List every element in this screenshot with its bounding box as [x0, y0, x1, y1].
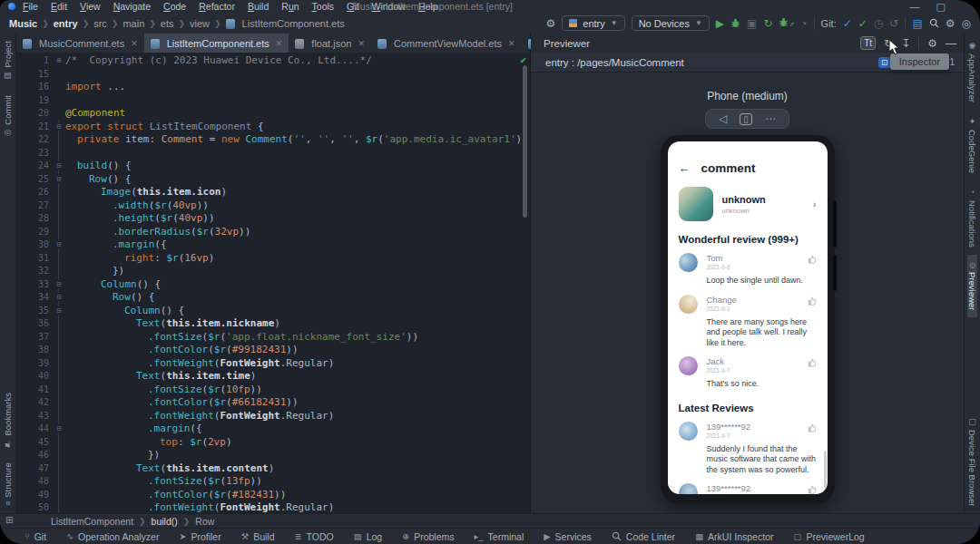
bottom-tool-code-linter[interactable]: Code Linter [603, 531, 683, 542]
debug-button[interactable] [730, 17, 740, 30]
fold-marker[interactable] [53, 68, 65, 82]
fold-marker[interactable] [53, 449, 65, 462]
fold-marker[interactable] [53, 462, 65, 476]
bottom-tool-problems[interactable]: ⊕Problems [394, 531, 462, 542]
fold-marker[interactable] [53, 226, 65, 239]
bottom-tool-build[interactable]: ⚒Build [233, 531, 283, 542]
thumbs-up-icon[interactable] [808, 423, 817, 432]
menu-refactor[interactable]: Refactor [199, 1, 235, 12]
fold-marker[interactable] [53, 384, 65, 397]
history-clock-icon[interactable]: ◷ [874, 17, 883, 30]
hide-panel-icon[interactable]: — [946, 37, 956, 50]
previewer-settings-gear-icon[interactable]: ⚙ [927, 37, 937, 50]
fold-marker[interactable] [53, 475, 65, 489]
breadcrumb-item[interactable]: ets [161, 18, 174, 29]
menu-tools[interactable]: Tools [312, 1, 335, 12]
more-options-icon[interactable]: ⋯ [765, 112, 776, 125]
tool-window-previewer[interactable]: ⊙Previewer [967, 255, 977, 318]
tab-close-icon[interactable]: ✕ [358, 39, 365, 48]
fold-marker[interactable]: ⊟ [53, 423, 65, 436]
breadcrumb-item[interactable]: entry [54, 18, 78, 29]
editor-scrollbar[interactable] [523, 65, 527, 218]
rotate-device-icon[interactable]: ▯ [740, 113, 752, 125]
tool-windows-icon[interactable]: ⊞ [5, 515, 13, 525]
breadcrumb-item[interactable]: main [122, 18, 144, 29]
ide-settings-gear-icon[interactable]: ⚙ [946, 17, 956, 30]
bottom-tool-git[interactable]: ⑂Git [16, 531, 54, 542]
status-breadcrumb-item[interactable]: build() [152, 516, 178, 527]
maximize-button[interactable]: ▢ [936, 1, 946, 12]
fold-marker[interactable] [53, 370, 65, 384]
export-icon[interactable]: ↧ [901, 37, 910, 50]
attach-debugger-button[interactable]: ↗ [779, 16, 794, 31]
screen-target-icon[interactable]: ⊡ [878, 57, 891, 68]
tab-musiccomment-ets[interactable]: MusicComment.ets✕ [16, 34, 144, 53]
fold-marker[interactable] [53, 212, 65, 226]
thumbs-up-icon[interactable] [808, 485, 817, 494]
minimize-button[interactable]: — [910, 1, 920, 12]
rerun-button[interactable]: ↻ [763, 17, 772, 30]
fold-marker[interactable] [53, 357, 65, 371]
bottom-tool-log[interactable]: ▤Log [346, 531, 391, 542]
fold-marker[interactable] [53, 81, 65, 94]
fold-marker[interactable] [53, 107, 65, 121]
profiler-button[interactable]: ◔ [800, 17, 807, 30]
fold-marker[interactable] [53, 133, 65, 147]
fold-marker[interactable] [53, 265, 65, 278]
profile-avatar-icon[interactable]: ◎ [962, 17, 971, 30]
song-row[interactable]: unknown unknown › [679, 187, 817, 221]
git-update-button[interactable]: ✓ [843, 17, 852, 30]
fold-marker[interactable] [53, 331, 65, 345]
fold-marker[interactable] [53, 317, 65, 331]
breadcrumb-item[interactable]: src [93, 18, 107, 29]
settings-gear-icon[interactable]: ⚙ [546, 17, 556, 30]
menu-edit[interactable]: Edit [51, 1, 67, 12]
app-back-arrow-icon[interactable]: ← [679, 161, 691, 175]
fold-marker[interactable] [53, 252, 65, 266]
fold-marker[interactable]: ⊟ [53, 278, 65, 292]
fold-marker[interactable]: ⊟ [53, 173, 65, 187]
tool-window-codegenie[interactable]: ✦CodeGenie [967, 110, 977, 180]
thumbs-up-icon[interactable] [808, 358, 817, 367]
tool-window-bookmarks[interactable]: ⚑Bookmarks [3, 385, 13, 456]
breadcrumb-item[interactable]: ListItemComponent.ets [242, 18, 345, 29]
fold-marker[interactable] [53, 396, 65, 410]
menu-file[interactable]: File [23, 1, 38, 12]
bottom-tool-previewerlog[interactable]: ▢PreviewerLog [785, 531, 872, 542]
breadcrumb-item[interactable]: Music [9, 18, 37, 29]
bottom-tool-profiler[interactable]: ➤Profiler [171, 531, 229, 542]
git-commit-button[interactable]: ✓ [858, 17, 867, 30]
menu-build[interactable]: Build [248, 1, 269, 12]
fold-marker[interactable] [53, 344, 65, 357]
fold-marker[interactable] [53, 436, 65, 450]
tab-commentviewmodel-ets[interactable]: CommentViewModel.ets✕ [371, 34, 522, 53]
fold-marker[interactable] [53, 501, 65, 513]
fold-marker[interactable] [53, 147, 65, 160]
fold-marker[interactable] [53, 186, 65, 199]
breadcrumb-item[interactable]: view [190, 18, 210, 29]
thumbs-up-icon[interactable] [808, 296, 817, 306]
project-folder-icon[interactable]: ▤ [912, 17, 922, 30]
fold-marker[interactable]: ⊟ [53, 160, 65, 173]
rollback-icon[interactable]: ↺ [889, 17, 898, 30]
fold-marker[interactable]: ⊟ [53, 305, 65, 318]
run-button[interactable]: ▶ [716, 17, 724, 30]
tool-window-appanalyzer[interactable]: ◉AppAnalyzer [967, 34, 977, 110]
bottom-tool-terminal[interactable]: ▸_Terminal [466, 531, 533, 542]
fold-marker[interactable]: ⊟ [53, 121, 65, 134]
fold-marker[interactable]: ⊟ [53, 291, 65, 305]
app-scrollbar[interactable] [824, 451, 827, 489]
bottom-tool-operation-analyzer[interactable]: ∿Operation Analyzer [58, 531, 167, 542]
stop-button[interactable]: ▣ [747, 17, 757, 30]
code-editor[interactable]: 1⊞/* Copyright (c) 2023 Huawei Device Co… [16, 53, 530, 513]
tool-window-notifications[interactable]: ◔Notifications [967, 180, 977, 255]
fold-marker[interactable] [53, 489, 65, 502]
tool-window-structure[interactable]: ≡Structure [3, 455, 13, 513]
status-breadcrumb-item[interactable]: ListItemComponent [51, 516, 133, 527]
status-breadcrumb-item[interactable]: Row [195, 516, 214, 527]
tab-close-icon[interactable]: ✕ [276, 39, 283, 48]
tab-close-icon[interactable]: ✕ [131, 39, 138, 48]
tab-float-json[interactable]: float.json✕ [289, 34, 371, 53]
tab-listitemcomponent-ets[interactable]: ListItemComponent.ets✕ [144, 34, 289, 53]
fold-marker[interactable] [53, 94, 65, 108]
